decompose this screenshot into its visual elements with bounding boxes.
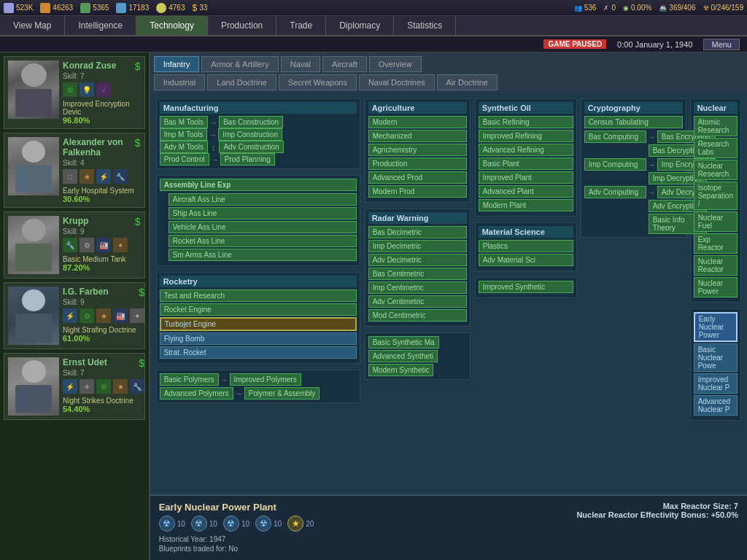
tech-research-labs[interactable]: Research Labs [694,138,738,158]
scientist-name-1: Konrad Zuse [63,61,116,71]
tab-naval-doctrines[interactable]: Naval Doctrines [359,74,435,90]
tech-vehicle-ass-line[interactable]: Vehicle Ass Line [169,221,357,233]
tech-adv-computing[interactable]: Adv Computing [584,186,646,198]
tech-advanced-plant[interactable]: Advanced Plant [479,185,573,198]
nav-statistics[interactable]: Statistics [394,16,456,35]
tech-turbojet-engine[interactable]: Turbojet Engine [160,317,357,331]
tech-improved-plant[interactable]: Improved Plant [479,171,573,184]
tech-improved-refining[interactable]: Improved Refining [479,130,573,142]
tech-modern-agri[interactable]: Modern [368,116,467,128]
tech-census-tabulating[interactable]: Census Tabulating [584,116,683,128]
tab-air-doctrine[interactable]: Air Doctrine [437,74,498,90]
menu-button[interactable]: Menu [703,39,740,50]
skill-icon-o: ✈ [80,379,94,394]
reactor-effectivity: Nuclear Reactor Effectivity Bonus: +50.0… [449,510,738,519]
tech-isotope-separation[interactable]: Isotope Separation / [694,182,738,210]
tech-bas-computing[interactable]: Bas Computing [584,131,646,143]
tech-adv-decimetric[interactable]: Adv Decimetric [368,254,467,266]
tech-strat-rocket[interactable]: Strat. Rocket [160,346,357,359]
tech-atomic-research[interactable]: Atomic Research [694,116,738,136]
tech-mechanized[interactable]: Mechanized [368,130,467,142]
tech-modern-prod[interactable]: Modern Prod [368,185,467,198]
nav-diplomacy[interactable]: Diplomacy [326,16,394,35]
tech-adv-material-sci[interactable]: Adv Material Sci [479,254,573,266]
tech-prod-planning[interactable]: Prod Planning [220,153,275,166]
scientist-card-3[interactable]: Krupp $ Skill: 9 🔧 ⚙ 🏭 ✦ Basic Medium Ta… [4,211,145,279]
status-bar: GAME PAUSED 0:00 January 1, 1940 Menu [0,36,747,52]
nav-trade[interactable]: Trade [276,16,326,35]
tech-assembly-line-exp[interactable]: Assembly Line Exp [160,179,357,191]
scientist-dollar-1: $ [135,61,141,72]
tech-modern-synthetic[interactable]: Modern Synthetic [368,364,434,376]
tech-basic-nuclear-power[interactable]: Basic Nuclear Powe [694,343,738,372]
tech-section-middle: Agriculture Modern Mechanized Agrichemis… [365,98,471,489]
tech-ship-ass-line[interactable]: Ship Ass Line [169,207,357,219]
tech-advanced-nuclear-p[interactable]: Advanced Nuclear P [694,395,738,416]
tech-agrichemistry[interactable]: Agrichemistry [368,144,467,156]
tech-advanced-polymers[interactable]: Advanced Polymers [160,387,233,400]
scientist-card-1[interactable]: Konrad Zuse $ Skill: 7 ⚙ 💡 √ Improved En… [4,56,145,129]
tab-aircraft[interactable]: Aircraft [322,56,367,72]
tech-basic-refining[interactable]: Basic Refining [479,116,573,128]
polymers-section: Basic Polymers → Improved Polymers Advan… [156,370,360,403]
tech-nuclear-fuel[interactable]: Nuclear Fuel [694,211,738,232]
tech-adv-m-tools[interactable]: Adv M Tools [160,141,208,153]
tech-basic-synthetic-ma[interactable]: Basic Synthetic Ma [368,336,439,349]
tab-armor[interactable]: Armor & Artillery [201,56,278,72]
tech-nuclear-power[interactable]: Nuclear Power [694,277,738,298]
tab-secret-weapons[interactable]: Secret Weapons [279,74,357,90]
tech-imp-computing[interactable]: Imp Computing [584,158,646,171]
nav-production[interactable]: Production [208,16,276,35]
tech-test-research[interactable]: Test and Research [160,289,357,302]
tech-improved-nuclear-p[interactable]: Improved Nuclear P [694,373,738,394]
nav-intelligence[interactable]: Intelligence [65,16,136,35]
tech-production-agri[interactable]: Production [368,158,467,170]
tech-improved-polymers[interactable]: Improved Polymers [230,373,301,386]
tech-advanced-prod[interactable]: Advanced Prod [368,171,467,184]
tech-plastics[interactable]: Plastics [479,240,573,252]
tab-industrial[interactable]: Industrial [154,74,206,90]
tech-advanced-refining[interactable]: Advanced Refining [479,144,573,156]
nav-viewmap[interactable]: View Map [0,16,65,35]
tech-imp-m-tools[interactable]: Imp M Tools [160,128,208,141]
tech-bas-m-tools[interactable]: Bas M Tools [160,116,208,128]
tech-basic-polymers[interactable]: Basic Polymers [160,373,219,386]
tech-nuclear-reactor[interactable]: Nuclear Reactor [694,255,738,276]
synthetic-oil-header: Synthetic Oil [479,102,573,114]
tech-rocket-engine[interactable]: Rocket Engine [160,303,357,316]
tech-bas-construction[interactable]: Bas Construction [219,116,283,128]
tech-nuclear-research[interactable]: Nuclear Research [694,160,738,180]
tech-aircraft-ass-line[interactable]: Aircraft Ass Line [169,193,357,206]
tech-imp-decimetric[interactable]: Imp Decimetric [368,240,467,252]
tech-adv-centimetric[interactable]: Adv Centimetric [368,295,467,308]
tech-polymer-assembly[interactable]: Polymer & Assembly [244,387,320,400]
tab-infantry[interactable]: Infantry [154,56,200,72]
scientist-card-4[interactable]: I.G. Farben $ Skill: 9 ⚡ ⚙ ★ 🏭 ✦ Night S… [4,282,145,349]
scientist-card-5[interactable]: Ernst Udet $ Skill: 7 ⚡ ✈ ⚙ ★ 🔧 Night St… [4,353,145,420]
ic-icon [40,3,50,13]
crypto-row-7: Basic Info Theory [584,214,683,234]
tech-improved-synthetic[interactable]: Improved Synthetic [479,281,573,293]
tech-modern-plant[interactable]: Modern Plant [479,199,573,211]
tech-exp-reactor[interactable]: Exp Reactor [694,233,738,254]
tab-overview[interactable]: Overview [369,56,422,72]
tech-bas-decimetric[interactable]: Bas Decimetric [368,226,467,238]
tech-imp-construction[interactable]: Imp Construction [218,128,282,141]
tab-land-doctrine[interactable]: Land Doctrine [207,74,276,90]
tech-prod-control[interactable]: Prod Control [160,153,209,166]
fuel-icon [116,3,126,13]
nav-technology[interactable]: Technology [136,16,208,35]
tech-imp-centimetric[interactable]: Imp Centimetric [368,281,467,294]
tab-naval[interactable]: Naval [281,56,320,72]
tech-flying-bomb[interactable]: Flying Bomb [160,332,357,345]
tech-rocket-ass-line[interactable]: Rocket Ass Line [169,235,357,247]
tech-adv-construction[interactable]: Adv Construction [219,141,283,153]
tech-sm-arms-ass-line[interactable]: Sm Arms Ass Line [169,249,357,261]
tech-basic-plant[interactable]: Basic Plant [479,158,573,170]
scientist-card-2[interactable]: Alexander von Falkenha $ Skill: 4 □ ★ ⚡ … [4,133,145,208]
tech-advanced-synthetic[interactable]: Advanced Syntheti [368,350,438,362]
scientist-task-4: Night Strafing Doctrine [63,326,144,334]
tech-mod-centimetric[interactable]: Mod Centimetric [368,309,467,322]
tech-early-nuclear-power[interactable]: Early Nuclear Power [694,312,738,342]
tech-bas-centimetric[interactable]: Bas Centimetric [368,268,467,280]
